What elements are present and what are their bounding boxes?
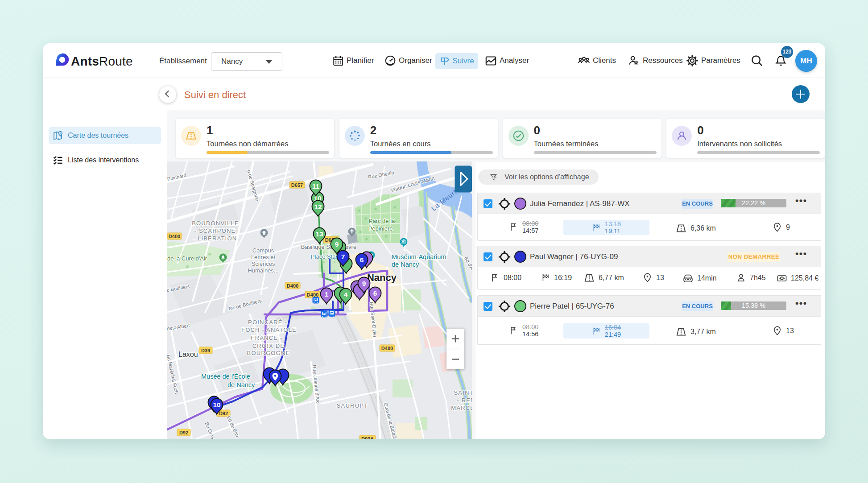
svg-text:de Nancy: de Nancy [227,381,255,388]
svg-text:D92: D92 [219,411,228,416]
svg-text:Sciences: Sciences [252,260,275,267]
svg-text:D39: D39 [201,348,210,353]
svg-text:Pépinière: Pépinière [368,225,393,232]
svg-text:FOCH - ANATOLE: FOCH - ANATOLE [241,326,297,333]
svg-text:6: 6 [360,256,364,264]
svg-text:Nancy: Nancy [367,272,397,283]
svg-text:Basilique Saint-Epvre: Basilique Saint-Epvre [301,244,356,250]
svg-text:Humaines...: Humaines... [248,267,278,274]
svg-text:D400: D400 [381,346,393,351]
svg-text:POINCARÉ -: POINCARÉ - [248,319,287,326]
svg-text:MARCEL: MARCEL [451,405,472,411]
svg-text:12: 12 [314,203,322,211]
svg-text:Laxou: Laxou [178,351,198,358]
svg-text:D400: D400 [169,234,180,239]
svg-text:D400: D400 [307,292,318,297]
svg-text:10: 10 [213,401,220,409]
svg-text:de Nancy: de Nancy [392,261,419,268]
svg-text:BOUDONVILLE: BOUDONVILLE [192,220,239,227]
svg-text:- SCARPONE: - SCARPONE [194,227,236,234]
svg-text:13: 13 [315,230,323,238]
svg-text:D400: D400 [287,283,298,289]
svg-text:D93A: D93A [361,436,374,439]
svg-text:9: 9 [362,280,366,287]
svg-text:1: 1 [781,277,783,280]
svg-text:11: 11 [312,182,320,190]
svg-text:Lettres et: Lettres et [251,254,276,260]
svg-text:SAINT-: SAINT- [454,389,472,396]
svg-text:D92: D92 [179,430,188,435]
svg-text:Muséum-Aquarium: Muséum-Aquarium [392,253,446,260]
svg-text:- LIBÉRATION: - LIBÉRATION [193,235,237,242]
svg-text:6: 6 [373,289,377,297]
svg-text:Parc de la: Parc de la [369,218,395,224]
svg-text:- REN: - REN [457,397,472,404]
svg-text:4: 4 [344,291,348,298]
svg-text:FRANCE -: FRANCE - [251,334,283,341]
svg-text:D657: D657 [291,182,303,188]
svg-text:Campus: Campus [252,247,274,254]
svg-text:SAURUPT: SAURUPT [337,402,368,409]
svg-text:BOURGOGNE: BOURGOGNE [247,350,290,356]
svg-text:Musée de l'École: Musée de l'École [201,373,250,380]
svg-text:1: 1 [325,290,329,298]
svg-text:de la Cure d'Air: de la Cure d'Air [167,255,207,262]
svg-text:7: 7 [341,253,345,260]
svg-text:CROIX DE: CROIX DE [252,343,285,349]
svg-text:9: 9 [335,240,339,248]
